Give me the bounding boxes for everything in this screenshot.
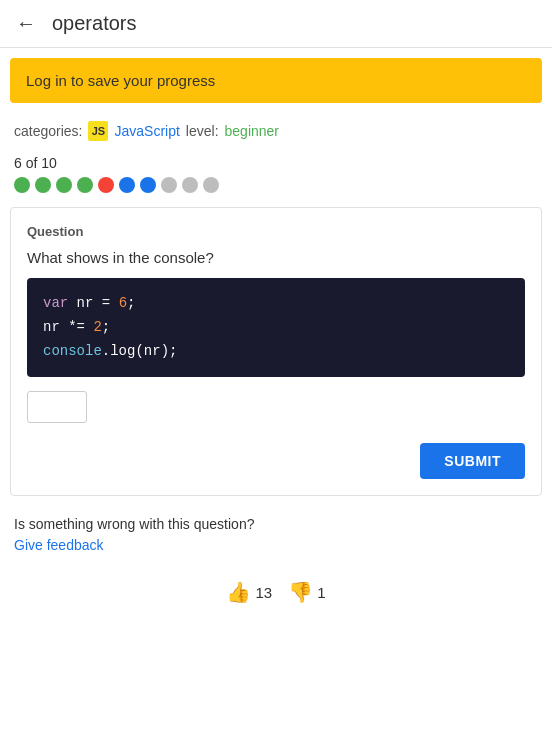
js-badge: JS xyxy=(88,121,108,141)
code-var: var xyxy=(43,295,68,311)
thumbs-up-icon: 👍 xyxy=(226,580,251,604)
js-link[interactable]: JavaScript xyxy=(114,123,179,139)
thumbs-up-count: 13 xyxy=(255,584,272,601)
progress-dots xyxy=(14,177,538,193)
progress-dot-3 xyxy=(56,177,72,193)
thumbs-down-count: 1 xyxy=(317,584,325,601)
question-card: Question What shows in the console? var … xyxy=(10,207,542,496)
progress-dot-10 xyxy=(203,177,219,193)
level-label: level: xyxy=(186,123,219,139)
thumbs-up-item[interactable]: 👍 13 xyxy=(226,580,272,604)
thumbs-row: 👍 13 👎 1 xyxy=(0,564,552,620)
progress-dot-2 xyxy=(35,177,51,193)
categories-label: categories: xyxy=(14,123,82,139)
thumbs-down-icon: 👎 xyxy=(288,580,313,604)
feedback-link[interactable]: Give feedback xyxy=(14,537,104,553)
answer-input[interactable] xyxy=(27,391,87,423)
code-block: var nr = 6; nr *= 2; console.log(nr); xyxy=(27,278,525,377)
progress-text: 6 of 10 xyxy=(14,155,538,171)
progress-dot-6 xyxy=(119,177,135,193)
progress-dot-1 xyxy=(14,177,30,193)
header: ← operators xyxy=(0,0,552,48)
submit-button[interactable]: SUBMIT xyxy=(420,443,525,479)
progress-dot-7 xyxy=(140,177,156,193)
feedback-question: Is something wrong with this question? xyxy=(14,516,538,532)
feedback-section: Is something wrong with this question? G… xyxy=(0,506,552,564)
progress-dot-4 xyxy=(77,177,93,193)
page-title: operators xyxy=(52,12,137,35)
banner-text: Log in to save your progress xyxy=(26,72,215,89)
login-banner[interactable]: Log in to save your progress xyxy=(10,58,542,103)
question-text: What shows in the console? xyxy=(27,249,525,266)
submit-row: SUBMIT xyxy=(27,443,525,479)
code-line-2: nr *= 2; xyxy=(43,316,509,340)
progress-dot-9 xyxy=(182,177,198,193)
thumbs-down-item[interactable]: 👎 1 xyxy=(288,580,325,604)
categories-row: categories: JS JavaScript level: beginne… xyxy=(0,113,552,149)
back-button[interactable]: ← xyxy=(16,12,36,35)
code-line-3: console.log(nr); xyxy=(43,340,509,364)
code-line-1: var nr = 6; xyxy=(43,292,509,316)
progress-dot-5 xyxy=(98,177,114,193)
question-label: Question xyxy=(27,224,525,239)
progress-dot-8 xyxy=(161,177,177,193)
level-value: beginner xyxy=(225,123,280,139)
progress-section: 6 of 10 xyxy=(0,149,552,197)
